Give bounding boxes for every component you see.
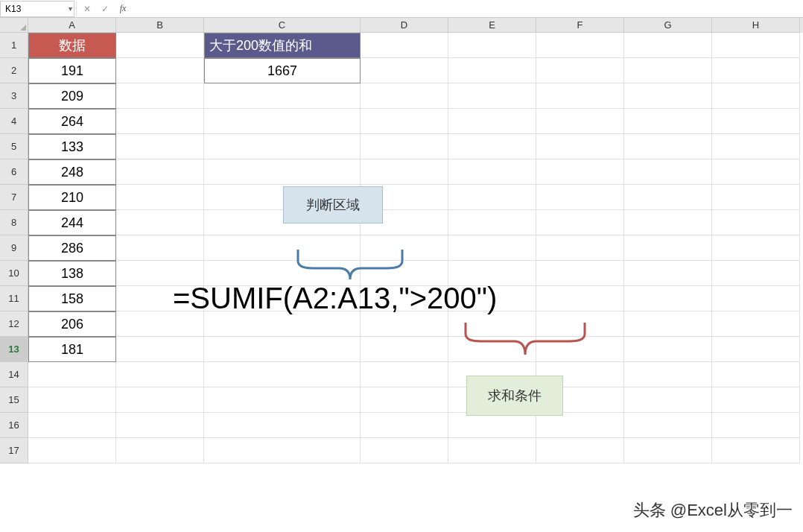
cell[interactable]: [361, 58, 448, 83]
cell[interactable]: [712, 286, 800, 311]
cell[interactable]: [536, 83, 624, 109]
cell[interactable]: [361, 362, 448, 387]
cell[interactable]: [448, 210, 536, 235]
row-header[interactable]: 10: [0, 261, 28, 286]
cell[interactable]: [204, 311, 361, 337]
cell[interactable]: [712, 185, 800, 210]
cell[interactable]: 1667: [204, 58, 361, 83]
cell[interactable]: [116, 438, 204, 463]
cell[interactable]: [536, 109, 624, 134]
col-header-A[interactable]: A: [28, 18, 116, 33]
cell[interactable]: [204, 362, 361, 387]
row-header[interactable]: 3: [0, 83, 28, 109]
cell[interactable]: [448, 438, 536, 463]
cell[interactable]: [116, 337, 204, 362]
cell[interactable]: [712, 337, 800, 362]
row-header[interactable]: 1: [0, 33, 28, 58]
cell[interactable]: [28, 387, 116, 413]
col-header-F[interactable]: F: [536, 18, 624, 33]
cell[interactable]: [624, 210, 712, 235]
row-header[interactable]: 11: [0, 286, 28, 311]
row-header[interactable]: 7: [0, 185, 28, 210]
cell[interactable]: [448, 83, 536, 109]
cell[interactable]: [28, 413, 116, 438]
cell[interactable]: [712, 311, 800, 337]
cell[interactable]: 248: [28, 159, 116, 185]
cell[interactable]: 210: [28, 185, 116, 210]
cell[interactable]: [536, 286, 624, 311]
cell[interactable]: [361, 159, 448, 185]
cell[interactable]: [204, 134, 361, 159]
cell[interactable]: [204, 83, 361, 109]
cell[interactable]: [624, 33, 712, 58]
row-header[interactable]: 13: [0, 337, 28, 362]
row-header[interactable]: 4: [0, 109, 28, 134]
cell[interactable]: [204, 413, 361, 438]
col-header-B[interactable]: B: [116, 18, 204, 33]
cell[interactable]: [448, 235, 536, 261]
cell[interactable]: [448, 58, 536, 83]
cell[interactable]: 133: [28, 134, 116, 159]
cell[interactable]: [536, 413, 624, 438]
cell[interactable]: [536, 261, 624, 286]
cell[interactable]: [624, 235, 712, 261]
cancel-icon[interactable]: ✕: [78, 1, 96, 17]
row-header[interactable]: 9: [0, 235, 28, 261]
cell[interactable]: [536, 134, 624, 159]
cell[interactable]: 数据: [28, 33, 116, 58]
row-header[interactable]: 14: [0, 362, 28, 387]
col-header-C[interactable]: C: [204, 18, 361, 33]
cell[interactable]: [624, 185, 712, 210]
row-header[interactable]: 15: [0, 387, 28, 413]
cell[interactable]: [712, 159, 800, 185]
cell[interactable]: [204, 159, 361, 185]
cell[interactable]: [116, 311, 204, 337]
col-header-H[interactable]: H: [712, 18, 800, 33]
cell[interactable]: [536, 33, 624, 58]
cell[interactable]: [116, 109, 204, 134]
accept-icon[interactable]: ✓: [96, 1, 114, 17]
cell[interactable]: [204, 337, 361, 362]
cell[interactable]: [116, 159, 204, 185]
cell[interactable]: [712, 362, 800, 387]
row-header[interactable]: 16: [0, 413, 28, 438]
cell[interactable]: [712, 413, 800, 438]
cell[interactable]: [116, 83, 204, 109]
cell[interactable]: [712, 33, 800, 58]
cell[interactable]: [361, 109, 448, 134]
cell[interactable]: [712, 438, 800, 463]
cell[interactable]: [624, 261, 712, 286]
row-header[interactable]: 5: [0, 134, 28, 159]
cell[interactable]: [361, 311, 448, 337]
cell[interactable]: [712, 109, 800, 134]
cell[interactable]: [361, 337, 448, 362]
cell[interactable]: [712, 58, 800, 83]
cell[interactable]: [448, 413, 536, 438]
cell[interactable]: [712, 134, 800, 159]
cell[interactable]: [624, 286, 712, 311]
cell[interactable]: 244: [28, 210, 116, 235]
cell[interactable]: 181: [28, 337, 116, 362]
cell[interactable]: [361, 438, 448, 463]
cell[interactable]: 206: [28, 311, 116, 337]
row-header[interactable]: 8: [0, 210, 28, 235]
cell[interactable]: [116, 134, 204, 159]
cell[interactable]: [116, 58, 204, 83]
cell[interactable]: [448, 33, 536, 58]
cell[interactable]: [624, 438, 712, 463]
fx-icon[interactable]: fx: [114, 1, 132, 17]
cell[interactable]: [712, 261, 800, 286]
cell[interactable]: [712, 235, 800, 261]
cell[interactable]: 209: [28, 83, 116, 109]
cell[interactable]: [361, 83, 448, 109]
cell[interactable]: [624, 134, 712, 159]
cell[interactable]: [536, 58, 624, 83]
row-header[interactable]: 6: [0, 159, 28, 185]
cell[interactable]: [448, 159, 536, 185]
row-header[interactable]: 12: [0, 311, 28, 337]
cell[interactable]: [116, 387, 204, 413]
cell[interactable]: [116, 210, 204, 235]
cell[interactable]: 286: [28, 235, 116, 261]
cell[interactable]: [204, 109, 361, 134]
cell[interactable]: [361, 33, 448, 58]
